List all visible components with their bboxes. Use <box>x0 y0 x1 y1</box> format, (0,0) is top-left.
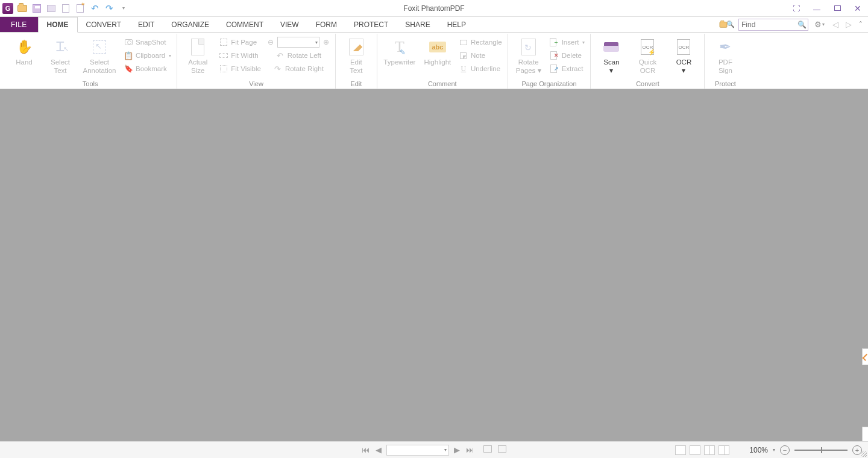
rectangle-icon <box>460 40 467 45</box>
tab-share[interactable]: SHARE <box>397 17 438 32</box>
collapse-ribbon-button[interactable]: ˄ <box>857 20 864 28</box>
quick-access-toolbar: G ↶ ↷ ▾ <box>0 2 130 15</box>
blank-doc-button[interactable] <box>59 2 72 15</box>
close-button[interactable]: ✕ <box>851 3 864 14</box>
rotate-right-button[interactable]: ↷Rotate Right <box>271 63 326 75</box>
zoom-percent-label[interactable]: 100% <box>749 446 768 454</box>
underline-annot-button[interactable]: UUnderline <box>457 63 504 75</box>
fit-page-button[interactable]: Fit Page <box>217 36 263 48</box>
tab-help[interactable]: HELP <box>439 17 474 32</box>
note-annot-button[interactable]: Note <box>457 49 504 61</box>
highlight-button[interactable]: abc Highlight <box>421 36 454 66</box>
zoom-out-button[interactable]: ⊖ <box>265 37 276 48</box>
page-navigation: ⏮ ◀ ▾ ▶ ⏭ <box>360 445 508 456</box>
open-button[interactable] <box>16 2 29 15</box>
continuous-view-button[interactable] <box>690 445 700 455</box>
next-page-button[interactable]: ▶ <box>453 445 461 454</box>
ribbon-group-protect: ✒ PDF Sign Protect <box>705 34 746 89</box>
qat-customize-button[interactable]: ▾ <box>117 2 130 15</box>
zoom-in-icon: ⊕ <box>323 38 329 46</box>
ocr-icon: OCR <box>677 39 690 55</box>
select-text-button[interactable]: Ꮖ↖ Select Text <box>43 36 77 75</box>
zoom-dropdown-button[interactable]: ▾ <box>773 447 775 453</box>
caret-down-icon: ▾ <box>169 53 171 58</box>
last-page-button[interactable]: ⏭ <box>465 445 475 454</box>
ocr-button[interactable]: OCR OCR▾ <box>667 36 700 75</box>
page-number-combo[interactable]: ▾ <box>386 445 449 456</box>
restore-button[interactable] <box>831 3 844 14</box>
fullscreen-button[interactable]: ⛶ <box>790 3 803 14</box>
minimize-button[interactable] <box>810 3 823 14</box>
insert-pages-button[interactable]: ＋Insert▾ <box>548 36 587 48</box>
find-input[interactable] <box>739 20 796 29</box>
find-next-button[interactable]: ▷ <box>844 20 854 29</box>
side-panel-tab-1[interactable] <box>862 348 868 365</box>
fit-visible-button[interactable]: Fit Visible <box>217 63 263 75</box>
tab-convert[interactable]: CONVERT <box>78 17 130 32</box>
app-logo[interactable]: G <box>1 2 14 15</box>
find-prev-button[interactable]: ◁ <box>831 20 840 29</box>
hand-tool-button[interactable]: ✋ Hand <box>7 36 41 66</box>
scan-button[interactable]: Scan▾ <box>594 36 628 75</box>
tab-view[interactable]: VIEW <box>272 17 307 32</box>
rectangle-annot-button[interactable]: Rectangle <box>457 36 504 48</box>
folder-open-icon <box>17 5 27 12</box>
typewriter-button[interactable]: T Typewriter <box>381 36 418 66</box>
print-button[interactable] <box>45 2 58 15</box>
find-options-button[interactable]: ⚙▾ <box>812 20 827 29</box>
continuous-facing-view-button[interactable] <box>719 445 729 455</box>
chevron-up-icon: ˄ <box>859 20 863 28</box>
tab-comment[interactable]: COMMENT <box>218 17 272 32</box>
gear-icon: ⚙ <box>814 20 822 29</box>
zoom-slider[interactable] <box>794 450 848 451</box>
tab-file[interactable]: FILE <box>0 17 38 32</box>
caret-down-icon: ▾ <box>609 67 613 74</box>
actual-size-button[interactable]: Actual Size <box>181 36 215 75</box>
edit-text-button[interactable]: Edit Text <box>339 36 373 75</box>
tab-organize[interactable]: ORGANIZE <box>163 17 218 32</box>
resize-grip[interactable] <box>861 451 867 457</box>
first-page-button[interactable]: ⏮ <box>360 445 371 454</box>
delete-pages-button[interactable]: ✕Delete <box>548 49 587 61</box>
triangle-left-icon: ◁ <box>832 20 838 29</box>
find-box[interactable]: 🔍 <box>738 19 808 31</box>
next-view-button[interactable] <box>497 445 508 454</box>
tab-home[interactable]: HOME <box>38 17 78 33</box>
clipboard-button[interactable]: 📋Clipboard▾ <box>122 49 173 61</box>
pdf-sign-button[interactable]: ✒ PDF Sign <box>708 36 742 75</box>
hand-icon: ✋ <box>16 39 33 55</box>
ribbon-group-edit: Edit Text Edit <box>336 34 377 89</box>
ribbon-group-tools: ✋ Hand Ꮖ↖ Select Text Select Annotation … <box>4 34 177 89</box>
select-annotation-button[interactable]: Select Annotation <box>80 36 119 75</box>
snapshot-button[interactable]: SnapShot <box>122 36 173 48</box>
extract-pages-button[interactable]: ↗Extract <box>548 63 587 75</box>
group-label-comment: Comment <box>381 79 504 89</box>
fit-width-button[interactable]: Fit Width <box>217 49 263 61</box>
redo-button[interactable]: ↷ <box>102 2 116 15</box>
prev-view-button[interactable] <box>482 445 493 454</box>
zoom-out-button[interactable]: − <box>780 445 790 455</box>
bookmark-button[interactable]: 🔖Bookmark <box>122 63 173 75</box>
rotate-left-button[interactable]: ↶Rotate Left <box>274 49 323 61</box>
note-icon <box>460 52 467 59</box>
folder-search-icon <box>720 22 728 28</box>
ribbon-group-comment: T Typewriter abc Highlight Rectangle Not… <box>377 34 508 89</box>
facing-view-button[interactable] <box>704 445 715 455</box>
find-submit-button[interactable]: 🔍 <box>796 20 808 29</box>
undo-button[interactable]: ↶ <box>88 2 101 15</box>
zoom-combo[interactable]: ▾ <box>277 37 319 48</box>
save-button[interactable] <box>30 2 43 15</box>
rotate-pages-button[interactable]: Rotate Pages ▾ <box>512 36 546 75</box>
zoom-in-button[interactable]: ⊕ <box>321 37 332 48</box>
bookmark-icon: 🔖 <box>124 64 133 73</box>
tab-protect[interactable]: PROTECT <box>345 17 397 32</box>
advanced-search-button[interactable]: 🔍 <box>719 20 735 28</box>
tab-edit[interactable]: EDIT <box>130 17 163 32</box>
single-page-view-button[interactable] <box>675 445 686 455</box>
prev-page-button[interactable]: ◀ <box>374 445 383 454</box>
prev-view-icon <box>483 445 492 453</box>
new-doc-button[interactable] <box>74 2 87 15</box>
quick-ocr-button[interactable]: OCR Quick OCR <box>631 36 664 75</box>
tab-form[interactable]: FORM <box>307 17 345 32</box>
minus-icon: − <box>783 447 787 454</box>
